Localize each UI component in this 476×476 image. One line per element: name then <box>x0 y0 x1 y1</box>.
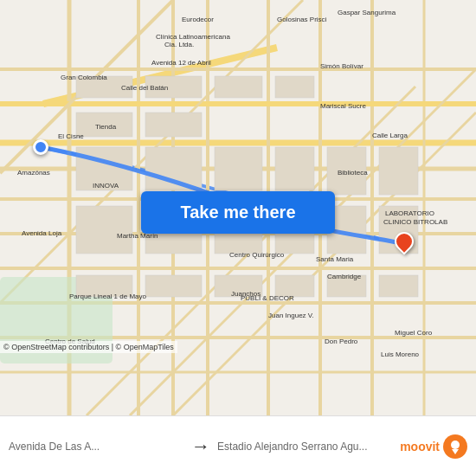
svg-rect-4 <box>76 113 132 137</box>
svg-rect-10 <box>215 147 262 190</box>
bottom-bar: Avenida De Las A... → Estadio Alejandro … <box>0 415 476 476</box>
osm-credit: © OpenStreetMap contributors | © OpenMap… <box>0 341 177 353</box>
svg-rect-2 <box>76 76 132 98</box>
svg-rect-12 <box>76 206 132 254</box>
svg-rect-11 <box>275 147 314 190</box>
svg-rect-6 <box>215 76 262 98</box>
destination-marker <box>395 232 415 260</box>
moovit-logo: moovit <box>400 434 467 459</box>
arrow-icon: → <box>191 435 210 458</box>
svg-point-26 <box>451 441 460 449</box>
from-label: Avenida De Las A... <box>9 441 184 453</box>
svg-rect-23 <box>275 275 314 297</box>
svg-rect-9 <box>145 147 202 190</box>
to-label: Estadio Alejandro Serrano Agu... <box>217 441 393 453</box>
svg-rect-24 <box>327 275 366 297</box>
svg-rect-20 <box>76 275 132 297</box>
svg-rect-7 <box>275 76 314 98</box>
moovit-text: moovit <box>400 440 440 453</box>
svg-rect-21 <box>145 275 202 297</box>
svg-marker-27 <box>452 449 459 454</box>
moovit-icon <box>443 434 467 459</box>
origin-marker <box>33 139 48 155</box>
from-section: Avenida De Las A... <box>9 441 184 453</box>
svg-rect-3 <box>145 76 202 98</box>
to-section: Estadio Alejandro Serrano Agu... <box>217 441 393 453</box>
svg-rect-25 <box>379 275 418 297</box>
svg-rect-16 <box>327 147 366 195</box>
map-container: EurodecorClínica LatinoamericanaCia. Ltd… <box>0 0 476 415</box>
take-me-there-button[interactable]: Take me there <box>141 191 335 234</box>
svg-rect-17 <box>379 147 418 195</box>
svg-rect-5 <box>145 113 202 137</box>
svg-rect-22 <box>215 275 262 297</box>
